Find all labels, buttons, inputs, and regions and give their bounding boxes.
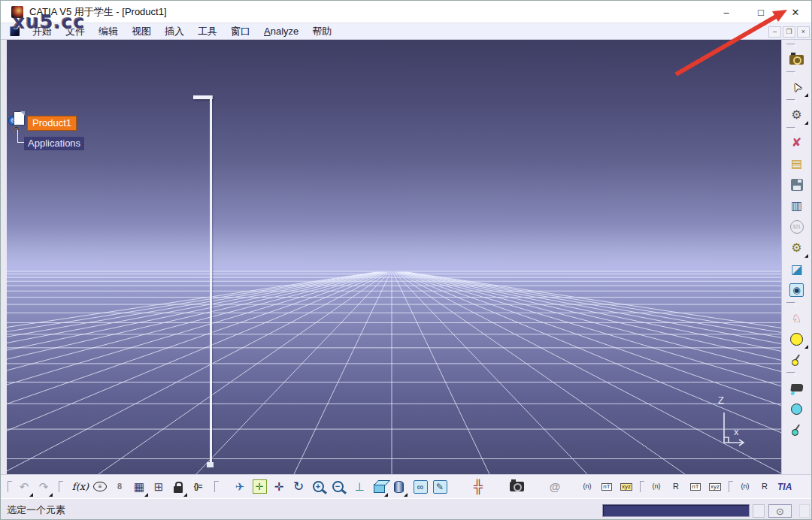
menu-item-analyze[interactable]: Analyze bbox=[257, 24, 305, 38]
menu-item-help[interactable]: 帮助 bbox=[305, 23, 338, 40]
rotate-icon[interactable]: ↻ bbox=[289, 477, 308, 497]
render-tools-icon[interactable] bbox=[786, 50, 808, 69]
mdi-close-button[interactable]: × bbox=[797, 26, 810, 38]
measure-item-icon[interactable]: R bbox=[667, 477, 685, 497]
power-input-field[interactable] bbox=[602, 504, 750, 517]
plane-edge-end bbox=[207, 462, 214, 467]
axis-x-label: x bbox=[734, 426, 739, 437]
right-toolbar: ➤ ⚙ ✘ ▤ ▥ 321 ⚙ ◪ ◉ ♘ bbox=[781, 40, 811, 474]
maximize-button[interactable]: □ bbox=[744, 1, 778, 23]
fit-all-in-icon[interactable]: ✛ bbox=[250, 477, 268, 497]
rule-icon[interactable]: {}= bbox=[189, 477, 207, 497]
zoom-in-icon[interactable]: + bbox=[309, 477, 327, 497]
fly-mode-icon[interactable]: ✈ bbox=[231, 477, 249, 497]
toolbar-handle[interactable] bbox=[640, 481, 644, 492]
window-controls: – □ ✕ bbox=[709, 1, 812, 23]
spiral-icon[interactable]: @ bbox=[546, 477, 564, 497]
axis-indicator: Z x bbox=[710, 393, 758, 456]
pan-icon[interactable]: ✛ bbox=[270, 477, 288, 497]
measure-coordinates-2-icon[interactable]: xyz bbox=[706, 477, 724, 497]
sectioning-surface-icon[interactable]: ◪ bbox=[786, 259, 808, 279]
measure-thickness-2-icon[interactable]: nT bbox=[686, 477, 704, 497]
lock-icon[interactable] bbox=[169, 477, 187, 497]
title-bar: CATIA V5 用于学生 - [Product1] – □ ✕ bbox=[1, 1, 812, 23]
toolbar-handle[interactable] bbox=[214, 481, 219, 492]
status-small-button[interactable] bbox=[753, 504, 765, 518]
toolbar-handle[interactable] bbox=[786, 302, 795, 306]
status-edge-button[interactable] bbox=[799, 504, 810, 518]
viewport-3d[interactable]: ⚙ ⚙ Product1 Applications Z x bbox=[7, 40, 783, 474]
knowledge-tools-icon[interactable]: ✘ bbox=[786, 133, 808, 153]
power-input-button[interactable]: ⊙ bbox=[768, 504, 792, 518]
measure-item-2-icon[interactable]: R bbox=[756, 477, 774, 497]
catalog-browser-icon[interactable]: ▤ bbox=[786, 154, 808, 174]
circle-analysis-icon[interactable] bbox=[786, 399, 808, 419]
formula-icon[interactable]: f(x) bbox=[71, 477, 89, 497]
mdi-restore-button[interactable]: ❐ bbox=[783, 26, 795, 38]
swap-visible-space-icon[interactable]: ✎ bbox=[431, 477, 449, 497]
toolbar-handle[interactable] bbox=[8, 481, 12, 492]
toolbar-handle[interactable] bbox=[786, 372, 795, 376]
numbering-321-icon[interactable]: 321 bbox=[786, 217, 808, 237]
toolbar-handle[interactable] bbox=[786, 127, 795, 131]
tree-node-applications[interactable]: Applications bbox=[24, 137, 84, 150]
hide-show-icon[interactable]: ∞ bbox=[411, 477, 429, 497]
report-chart-icon[interactable]: ▥ bbox=[786, 196, 808, 216]
measure-between-2-icon[interactable]: (n) bbox=[647, 477, 665, 497]
product-document-icon bbox=[14, 111, 25, 125]
toolbar-handle[interactable] bbox=[59, 481, 63, 492]
status-bar: 选定一个元素 ⊙ bbox=[1, 498, 812, 520]
menu-item-view[interactable]: 视图 bbox=[125, 23, 158, 40]
grid-measure-icon[interactable]: ╬ bbox=[469, 477, 487, 497]
plane-edge-line bbox=[210, 95, 212, 467]
measure-coordinates-icon[interactable]: xyz bbox=[617, 477, 635, 497]
shading-cylinder-icon[interactable] bbox=[389, 477, 408, 497]
macro-gear-icon[interactable]: ⚙ bbox=[786, 105, 808, 125]
knowledge-knob-icon[interactable]: 8 bbox=[111, 477, 129, 497]
menu-item-tools[interactable]: 工具 bbox=[191, 23, 224, 40]
zoom-out-icon[interactable]: − bbox=[329, 477, 347, 497]
axis-z-label: Z bbox=[718, 395, 724, 406]
menu-bar: 开始 文件 编辑 视图 插入 工具 窗口 Analyze 帮助 – ❐ × bbox=[1, 23, 812, 40]
catia-brand-text: TIA bbox=[777, 482, 792, 492]
tree-connector-line bbox=[17, 130, 24, 143]
minimize-button[interactable]: – bbox=[709, 1, 744, 23]
applications-gear-icon[interactable]: ⚙ bbox=[786, 238, 808, 258]
circle-tool-icon[interactable] bbox=[786, 329, 808, 349]
product-structure-icon[interactable]: ⊞ bbox=[150, 477, 168, 497]
undo-icon[interactable]: ↶ bbox=[15, 477, 33, 497]
toolbar-handle[interactable] bbox=[786, 99, 795, 103]
clash-sphere-icon[interactable]: ◉ bbox=[786, 280, 808, 300]
faucet-tool-icon[interactable] bbox=[786, 378, 808, 398]
toolbar-handle[interactable] bbox=[729, 481, 733, 492]
menu-item-insert[interactable]: 插入 bbox=[158, 23, 191, 40]
tree-node-product1[interactable]: Product1 bbox=[27, 116, 77, 131]
measure-thickness-icon[interactable]: nT bbox=[598, 477, 616, 497]
normal-view-icon[interactable]: ⊥ bbox=[350, 477, 368, 497]
menu-item-edit[interactable]: 编辑 bbox=[92, 23, 125, 40]
iso-view-cube-icon[interactable] bbox=[370, 477, 388, 497]
mdi-minimize-button[interactable]: – bbox=[768, 26, 781, 38]
ground-grid bbox=[7, 40, 783, 474]
close-button[interactable]: ✕ bbox=[778, 1, 812, 23]
menu-item-window[interactable]: 窗口 bbox=[224, 23, 257, 40]
point-tool-icon[interactable] bbox=[786, 350, 808, 370]
mdi-window-controls: – ❐ × bbox=[767, 23, 810, 40]
toolbar-handle[interactable] bbox=[786, 44, 795, 47]
status-message: 选定一个元素 bbox=[7, 503, 65, 517]
camera-capture-icon[interactable] bbox=[508, 477, 526, 497]
knowledge-bubble-icon[interactable]: ≡ bbox=[91, 477, 109, 497]
catia-window: CATIA V5 用于学生 - [Product1] – □ ✕ 开始 文件 编… bbox=[0, 0, 812, 520]
redo-icon[interactable]: ↷ bbox=[35, 477, 53, 497]
save-icon[interactable] bbox=[786, 175, 808, 195]
point-analysis-icon[interactable] bbox=[786, 420, 808, 440]
bottom-toolbar: ↶ ↷ f(x) ≡ 8 ▦ ⊞ {}= ✈ ✛ ✛ ↻ + − ⊥ ∞ ✎ ╬… bbox=[1, 474, 812, 498]
robot-simulation-icon[interactable]: ♘ bbox=[786, 308, 808, 328]
select-cursor-icon[interactable]: ➤ bbox=[786, 77, 808, 97]
toolbar-handle[interactable] bbox=[786, 71, 795, 75]
measure-between-3-icon[interactable]: (n) bbox=[736, 477, 754, 497]
design-table-icon[interactable]: ▦ bbox=[130, 477, 148, 497]
watermark-top-left: xu5.cc bbox=[13, 11, 85, 33]
measure-between-icon[interactable]: (n) bbox=[578, 477, 596, 497]
